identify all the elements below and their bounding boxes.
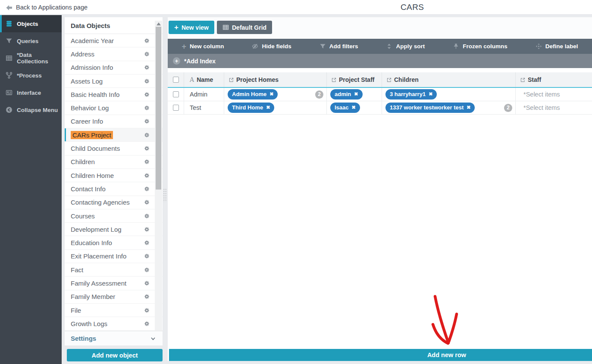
gear-icon[interactable] bbox=[144, 92, 150, 97]
object-item-family-assessment[interactable]: Family Assessment bbox=[65, 277, 163, 290]
gear-icon[interactable] bbox=[144, 280, 150, 286]
gear-icon[interactable] bbox=[144, 78, 150, 84]
gear-icon[interactable] bbox=[144, 186, 150, 192]
scroll-up-icon[interactable] bbox=[157, 22, 161, 25]
object-item-label: Academic Year bbox=[71, 37, 114, 44]
name-cell[interactable]: Test bbox=[184, 101, 224, 114]
red-arrow-annotation bbox=[168, 17, 592, 364]
toolbar-new-column[interactable]: +New column bbox=[182, 43, 224, 50]
gear-icon[interactable] bbox=[144, 308, 150, 313]
settings-row[interactable]: Settings bbox=[65, 331, 163, 345]
object-item-contact-info[interactable]: Contact Info bbox=[65, 182, 163, 196]
toolbar-hide-fields[interactable]: Hide fields bbox=[252, 43, 291, 50]
row-checkbox[interactable] bbox=[173, 105, 179, 111]
sidebar-item-collapse-menu[interactable]: Collapse Menu bbox=[0, 101, 62, 118]
object-item-behavior-log[interactable]: Behavior Log bbox=[65, 101, 163, 115]
object-item-children-home[interactable]: Children Home bbox=[65, 169, 163, 182]
bottom-strip bbox=[168, 361, 592, 364]
object-item-exit-placement-info[interactable]: Exit Placement Info bbox=[65, 250, 163, 263]
sidebar-item-objects[interactable]: Objects bbox=[0, 15, 62, 32]
object-item-growth-logs[interactable]: Growth Logs bbox=[65, 317, 163, 330]
back-link[interactable]: Back to Applications page bbox=[5, 0, 88, 15]
remove-tag-icon[interactable]: ✖ bbox=[354, 92, 358, 96]
object-item-address[interactable]: Address bbox=[65, 47, 163, 61]
staff-cell: *Select items bbox=[516, 88, 592, 101]
column-header-staff[interactable]: Staff bbox=[516, 72, 592, 87]
tag-pill: Isaac✖ bbox=[330, 103, 360, 113]
page-title: CARS bbox=[401, 3, 424, 12]
object-item-file[interactable]: File bbox=[65, 304, 163, 317]
remove-tag-icon[interactable]: ✖ bbox=[269, 92, 273, 96]
gear-icon[interactable] bbox=[144, 118, 150, 124]
add-new-row-button[interactable]: Add new row bbox=[169, 349, 592, 361]
sidebar-item-interface[interactable]: Interface bbox=[0, 84, 62, 101]
gear-icon[interactable] bbox=[144, 267, 150, 273]
new-view-button[interactable]: + New view bbox=[169, 21, 214, 34]
object-item-assets-log[interactable]: Assets Log bbox=[65, 75, 163, 88]
data-objects-title: Data Objects bbox=[65, 17, 163, 34]
sidebar-item-data-collections[interactable]: *Data Collections bbox=[0, 50, 62, 67]
toolbar-define-label[interactable]: Define label bbox=[536, 43, 578, 50]
object-item-basic-health-info[interactable]: Basic Health Info bbox=[65, 88, 163, 101]
gear-icon[interactable] bbox=[144, 240, 150, 246]
toolbar-apply-sort[interactable]: Apply sort bbox=[386, 43, 425, 50]
object-item-academic-year[interactable]: Academic Year bbox=[65, 34, 163, 47]
row-checkbox[interactable] bbox=[173, 91, 179, 97]
sidebar-item-process[interactable]: *Process bbox=[0, 67, 62, 84]
gear-icon[interactable] bbox=[144, 294, 150, 299]
tag-label: Isaac bbox=[335, 104, 349, 111]
sidebar-item-label: Collapse Menu bbox=[17, 107, 58, 113]
object-item-education-info[interactable]: Education Info bbox=[65, 236, 163, 249]
remove-tag-icon[interactable]: ✖ bbox=[352, 105, 356, 110]
gear-icon[interactable] bbox=[144, 321, 150, 327]
column-header-name[interactable]: AName bbox=[184, 72, 224, 87]
gear-icon[interactable] bbox=[144, 132, 150, 138]
column-header-children[interactable]: Children bbox=[382, 72, 516, 87]
gear-icon[interactable] bbox=[144, 51, 150, 57]
staff-select-placeholder[interactable]: *Select items bbox=[516, 104, 560, 111]
object-item-contacting-agencies[interactable]: Contacting Agencies bbox=[65, 196, 163, 209]
column-header-project-homes[interactable]: Project Homes bbox=[224, 72, 327, 87]
object-item-development-log[interactable]: Development Log bbox=[65, 223, 163, 236]
objects-scrollbar[interactable] bbox=[155, 21, 162, 345]
project-homes-cell: Third Home✖ bbox=[224, 101, 327, 114]
add-index-bar[interactable]: + *Add Index bbox=[168, 54, 592, 68]
toolbar-frozen-columns[interactable]: Frozen columns bbox=[453, 43, 507, 50]
object-item-career-info[interactable]: Career Info bbox=[65, 115, 163, 128]
sidebar-item-queries[interactable]: Queries bbox=[0, 32, 62, 50]
object-item-child-documents[interactable]: Child Documents bbox=[65, 142, 163, 155]
scrollbar-thumb[interactable] bbox=[156, 27, 161, 190]
gear-icon[interactable] bbox=[144, 227, 150, 232]
table-row-test: TestThird Home✖Isaac✖1337 worker testwor… bbox=[168, 101, 592, 115]
gear-icon[interactable] bbox=[144, 199, 150, 205]
gear-icon[interactable] bbox=[144, 146, 150, 151]
object-item-label: Address bbox=[71, 50, 94, 58]
gear-icon[interactable] bbox=[144, 38, 150, 44]
gear-icon[interactable] bbox=[144, 159, 150, 165]
object-item-label: Children Home bbox=[71, 172, 114, 179]
name-cell[interactable]: Admin bbox=[184, 88, 224, 101]
default-grid-view-button[interactable]: Default Grid bbox=[217, 21, 272, 34]
remove-tag-icon[interactable]: ✖ bbox=[429, 92, 432, 96]
add-new-object-button[interactable]: Add new object bbox=[67, 349, 163, 361]
toolbar-add-filters[interactable]: Add filters bbox=[319, 43, 358, 50]
remove-tag-icon[interactable]: ✖ bbox=[266, 105, 270, 110]
object-item-cars-project[interactable]: CARs Project bbox=[65, 128, 163, 142]
object-item-family-member[interactable]: Family Member bbox=[65, 290, 163, 304]
object-item-courses[interactable]: Courses bbox=[65, 209, 163, 223]
object-item-admission-info[interactable]: Admission Info bbox=[65, 61, 163, 75]
object-item-label: File bbox=[71, 307, 81, 314]
gear-icon[interactable] bbox=[144, 213, 150, 219]
remove-tag-icon[interactable]: ✖ bbox=[467, 105, 470, 110]
select-all-checkbox[interactable] bbox=[173, 77, 179, 83]
staff-select-placeholder[interactable]: *Select items bbox=[516, 91, 560, 98]
column-header-project-staff[interactable]: Project Staff bbox=[327, 72, 382, 87]
gear-icon[interactable] bbox=[144, 173, 150, 178]
gear-icon[interactable] bbox=[144, 105, 150, 111]
object-item-fact[interactable]: Fact bbox=[65, 263, 163, 277]
panel-resize-handle[interactable] bbox=[163, 188, 167, 202]
object-item-children[interactable]: Children bbox=[65, 156, 163, 169]
gear-icon[interactable] bbox=[144, 253, 150, 259]
gear-icon[interactable] bbox=[144, 65, 150, 70]
toolbar-item-label: Add filters bbox=[329, 43, 358, 50]
